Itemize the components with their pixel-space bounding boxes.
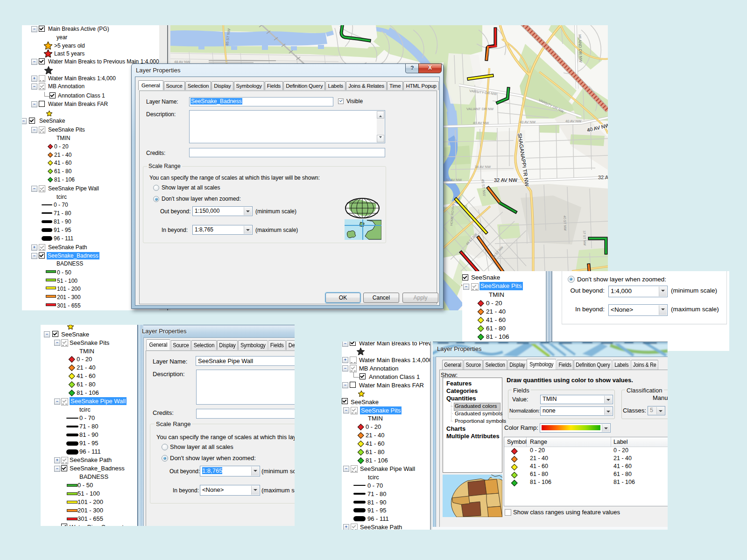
- svg-text:40 AV NW: 40 AV NW: [520, 120, 536, 124]
- svg-text:37 ST NW: 37 ST NW: [583, 231, 586, 246]
- svg-text:40 AV NW: 40 AV NW: [473, 121, 489, 125]
- svg-text:HLAND DR NW: HLAND DR NW: [578, 35, 583, 63]
- svg-text:VALIANT DR NW: VALIANT DR NW: [466, 107, 494, 111]
- svg-text:40 ST NW: 40 ST NW: [563, 216, 567, 231]
- svg-text:34 AV NW: 34 AV NW: [475, 165, 491, 169]
- svg-text:32 AV N: 32 AV N: [598, 175, 608, 180]
- svg-text:32 AV NW: 32 AV NW: [494, 177, 518, 183]
- svg-text:40 AV NW: 40 AV NW: [565, 119, 582, 123]
- svg-text:32 AV NW: 32 AV NW: [446, 178, 462, 182]
